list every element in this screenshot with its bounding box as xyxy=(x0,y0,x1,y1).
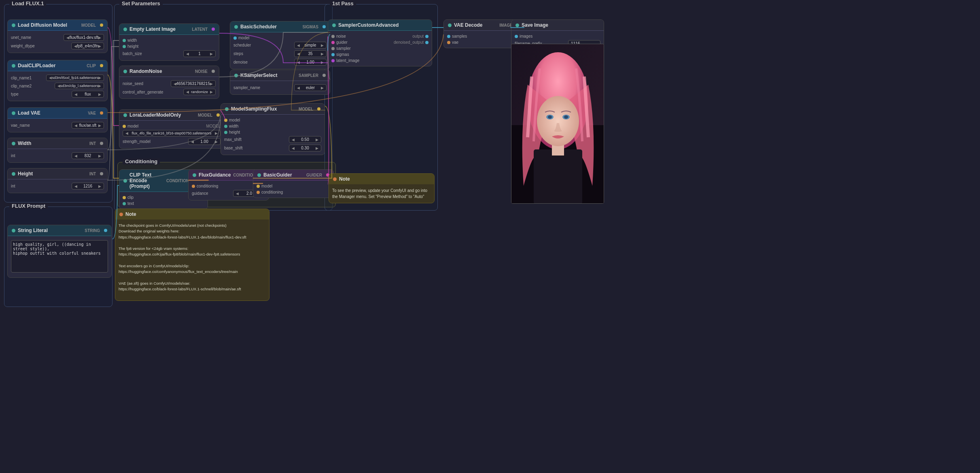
node-status-dot xyxy=(123,28,127,31)
node-load-vae: Load VAE VAE vae_name ◀ flux/ae.sft ▶ xyxy=(7,107,108,132)
int-output-port xyxy=(100,142,103,145)
height-in-port xyxy=(224,131,227,134)
svg-point-5 xyxy=(537,96,579,146)
model-output-port xyxy=(317,107,320,111)
width-title: Width xyxy=(18,141,31,146)
clip-name2-value[interactable]: ◀ sd3m/clip_l.safetensors ▶ xyxy=(55,83,104,89)
base-shift-value[interactable]: ◀ 0.30 ▶ xyxy=(289,145,321,151)
node-status-dot xyxy=(225,107,229,111)
node-basic-scheduler: BasicScheduler SIGMAS model scheduler ◀ … xyxy=(230,21,330,69)
noise-seed-value[interactable]: ◀ 465673631768215 ▶ xyxy=(171,80,216,87)
model-output-port xyxy=(100,23,103,27)
empty-latent-title: Empty Latent Image xyxy=(129,26,176,32)
node-status-dot xyxy=(123,113,127,117)
type-value[interactable]: ◀ flux ▶ xyxy=(72,91,104,98)
samples-in-port xyxy=(447,35,450,38)
image-preview-container xyxy=(511,44,604,204)
node-status-dot xyxy=(12,229,15,232)
node-random-noise: RandomNoise NOISE noise_seed ◀ 465673631… xyxy=(119,66,219,99)
clip-text-encode-title: CLIP Text Encode (Prompt) xyxy=(129,172,164,189)
clip-output-port xyxy=(100,64,103,67)
weight-dtype-row: weight_dtype ◀ fp8_e4m3fn ▶ xyxy=(8,42,107,50)
section-first-pass-title: 1st Pass xyxy=(330,0,356,6)
node-status-dot xyxy=(448,23,452,27)
node-status-dot xyxy=(12,172,15,176)
sampler-in-port xyxy=(331,47,335,50)
load-vae-title: Load VAE xyxy=(18,110,40,116)
max-shift-value[interactable]: ◀ 0.50 ▶ xyxy=(289,136,321,143)
node-string-literal: String Literal STRING high quality, girl… xyxy=(7,225,112,278)
latent-in-port xyxy=(331,59,335,62)
note-title: Note xyxy=(339,176,350,182)
portrait-svg xyxy=(511,44,604,204)
section-set-params-title: Set Parameters xyxy=(119,0,163,6)
ksampler-select-title: KSamplerSelect xyxy=(240,72,277,78)
unet-name-row: unet_name ◀ flux/flux1-dev.sft ▶ xyxy=(8,33,107,42)
sampler-custom-title: SamplerCustomAdvanced xyxy=(338,22,399,28)
text-in-port xyxy=(123,202,126,205)
guider-in-port xyxy=(331,41,335,44)
strength-model-value[interactable]: ◀ 1.00 ▶ xyxy=(188,138,221,145)
node-status-dot xyxy=(515,23,519,27)
model-output-port xyxy=(216,113,220,117)
clip-in-port xyxy=(123,196,126,199)
section-load-flux-title: Load FLUX.1 xyxy=(9,0,46,6)
vae-decode-title: VAE Decode xyxy=(454,22,482,28)
node-lora-loader: LoraLoaderModelOnly MODEL model MODEL ◀ … xyxy=(119,109,224,149)
lora-file-value[interactable]: ◀ flux_4fo_file_rank16_bf16-step00750.sa… xyxy=(123,130,221,136)
node-dual-clip: DualCLIPLoader CLIP clip_name1 ◀ sd3m/t5… xyxy=(7,60,108,101)
model-input xyxy=(233,36,237,40)
clip-name1-value[interactable]: ◀ sd3m/t5xxl_fp16.safetensors ▶ xyxy=(46,75,104,81)
width-input-port xyxy=(123,39,126,42)
conditioning-in-port xyxy=(257,191,260,194)
lora-loader-title: LoraLoaderModelOnly xyxy=(129,112,181,118)
node-status-dot xyxy=(12,64,15,68)
dual-clip-title: DualCLIPLoader xyxy=(18,63,55,68)
node-basic-guider: BasicGuider GUIDER model conditioning xyxy=(253,169,334,198)
height-value[interactable]: ◀ 1216 ▶ xyxy=(72,183,104,190)
vae-output-port xyxy=(100,111,103,115)
load-diffusion-title: Load Diffusion Model xyxy=(18,22,67,28)
node-note-first-pass: Note To see the preview, update your Com… xyxy=(329,173,435,203)
node-status-dot xyxy=(119,213,123,216)
conditioning-in-port xyxy=(192,185,195,188)
node-note-main: Note The checkpoint goes in ComfyUI/mode… xyxy=(115,209,269,301)
images-in-port xyxy=(515,35,518,38)
svg-rect-3 xyxy=(534,149,582,204)
node-height: Height INT int ◀ 1216 ▶ xyxy=(7,168,108,193)
string-output-port xyxy=(104,229,107,232)
node-status-dot xyxy=(234,25,238,29)
int-output-port xyxy=(100,172,103,175)
random-noise-title: RandomNoise xyxy=(129,68,162,74)
steps-value[interactable]: ◀ 35 ▶ xyxy=(294,50,327,57)
basic-guider-title: BasicGuider xyxy=(263,172,292,178)
model-input-port xyxy=(123,125,126,128)
sampler-name-value[interactable]: ◀ euler ▶ xyxy=(294,84,327,91)
unet-name-value[interactable]: ◀ flux/flux1-dev.sft ▶ xyxy=(64,34,104,41)
node-status-dot xyxy=(123,179,127,183)
string-literal-textarea[interactable]: high quality, girl, ((dancing in street … xyxy=(11,240,108,273)
batch-size-value[interactable]: ◀ 1 ▶ xyxy=(183,50,216,57)
conditioning-section-title: Conditioning xyxy=(123,158,160,164)
denoise-value[interactable]: ◀ 1.00 ▶ xyxy=(294,59,327,66)
node-status-dot xyxy=(234,74,238,77)
node-empty-latent: Empty Latent Image LATENT width height b… xyxy=(119,23,219,61)
width-value[interactable]: ◀ 832 ▶ xyxy=(72,152,104,159)
noise-output-port xyxy=(212,70,215,73)
model-in-port xyxy=(224,119,227,122)
scheduler-value[interactable]: ◀ simple ▶ xyxy=(294,42,327,49)
model-sampling-title: ModelSamplingFlux xyxy=(231,106,277,112)
model-in-port xyxy=(257,185,260,188)
canvas: Load FLUX.1 Set Parameters 1st Pass FLUX… xyxy=(0,0,980,473)
control-after-value[interactable]: ◀ randomize ▶ xyxy=(183,89,216,95)
node-width: Width INT int ◀ 832 ▶ xyxy=(7,138,108,163)
model-output-label: MODEL xyxy=(81,23,96,28)
vae-name-value[interactable]: ◀ flux/ae.sft ▶ xyxy=(72,122,104,129)
string-literal-title: String Literal xyxy=(18,228,48,233)
node-status-dot xyxy=(257,173,261,177)
sigmas-output-port xyxy=(322,25,326,28)
node-status-dot xyxy=(12,111,15,115)
sampler-output-port xyxy=(322,74,326,77)
weight-dtype-value[interactable]: ◀ fp8_e4m3fn ▶ xyxy=(71,43,104,49)
note-main-content: The checkpoint goes in ComfyUI/models/un… xyxy=(115,219,269,296)
